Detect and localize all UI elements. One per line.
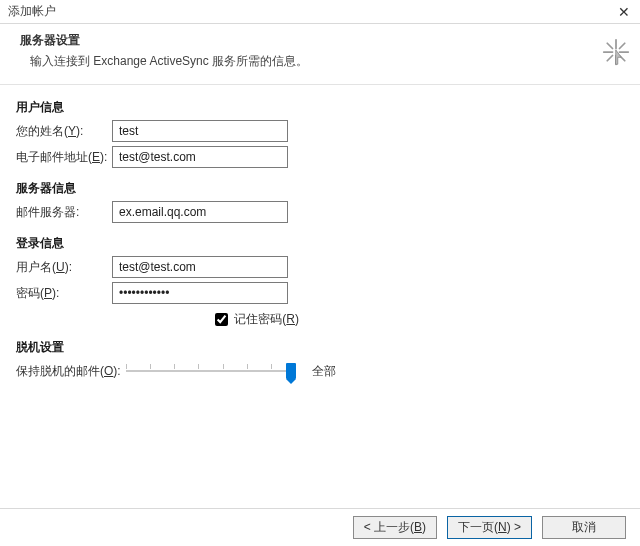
input-name[interactable] — [112, 120, 288, 142]
row-offline-mail: 保持脱机的邮件(O): 全部 — [16, 360, 624, 382]
header-title: 服务器设置 — [20, 32, 628, 49]
title-bar: 添加帐户 ✕ — [0, 0, 640, 24]
input-email[interactable] — [112, 146, 288, 168]
header-subtitle: 输入连接到 Exchange ActiveSync 服务所需的信息。 — [30, 53, 628, 70]
svg-line-6 — [620, 43, 625, 48]
form-content: 用户信息 您的姓名(Y): 电子邮件地址(E): 服务器信息 邮件服务器: 登录… — [0, 85, 640, 382]
cancel-button[interactable]: 取消 — [542, 516, 626, 539]
input-password[interactable] — [112, 282, 288, 304]
label-offline-mail: 保持脱机的邮件(O): — [16, 363, 126, 380]
label-email: 电子邮件地址(E): — [16, 149, 112, 166]
row-remember: 记住密码(R) — [16, 310, 624, 329]
svg-line-4 — [607, 43, 612, 48]
slider-value-text: 全部 — [312, 363, 336, 380]
row-password: 密码(P): — [16, 282, 624, 304]
activesync-icon — [602, 38, 630, 69]
section-server-info: 服务器信息 — [16, 180, 624, 197]
checkbox-remember[interactable] — [215, 313, 228, 326]
row-username: 用户名(U): — [16, 256, 624, 278]
slider-offline-mail[interactable] — [126, 360, 296, 382]
close-icon[interactable]: ✕ — [612, 4, 636, 20]
input-mailserver[interactable] — [112, 201, 288, 223]
label-username: 用户名(U): — [16, 259, 112, 276]
label-name: 您的姓名(Y): — [16, 123, 112, 140]
svg-line-7 — [607, 56, 612, 61]
label-password: 密码(P): — [16, 285, 112, 302]
window-title: 添加帐户 — [8, 3, 56, 20]
wizard-header: 服务器设置 输入连接到 Exchange ActiveSync 服务所需的信息。 — [0, 24, 640, 85]
slider-thumb[interactable] — [286, 363, 296, 379]
wizard-footer: < 上一步(B) 下一页(N) > 取消 — [0, 508, 640, 546]
label-remember[interactable]: 记住密码(R) — [211, 312, 299, 326]
row-mailserver: 邮件服务器: — [16, 201, 624, 223]
next-button[interactable]: 下一页(N) > — [447, 516, 532, 539]
section-offline: 脱机设置 — [16, 339, 624, 356]
row-name: 您的姓名(Y): — [16, 120, 624, 142]
section-login-info: 登录信息 — [16, 235, 624, 252]
input-username[interactable] — [112, 256, 288, 278]
label-mailserver: 邮件服务器: — [16, 204, 112, 221]
row-email: 电子邮件地址(E): — [16, 146, 624, 168]
section-user-info: 用户信息 — [16, 99, 624, 116]
back-button[interactable]: < 上一步(B) — [353, 516, 437, 539]
